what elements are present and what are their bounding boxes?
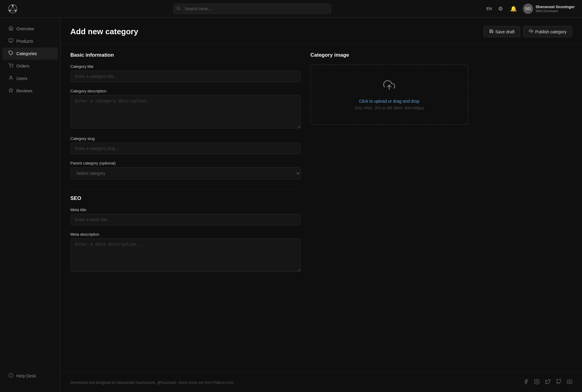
sidebar-item-reviews[interactable]: Reviews xyxy=(2,85,58,97)
users-icon xyxy=(8,75,13,81)
sidebar: Overview Products Categories xyxy=(0,18,61,392)
helpdesk-icon xyxy=(8,373,13,379)
svg-point-13 xyxy=(10,67,10,67)
footer: Developed and designed by Aleksandar Kuz… xyxy=(61,373,582,392)
youtube-icon[interactable] xyxy=(567,379,572,386)
settings-icon[interactable]: ⚙ xyxy=(497,5,504,13)
sidebar-label-overview: Overview xyxy=(16,26,34,31)
sidebar-label-products: Products xyxy=(16,39,33,44)
upload-cloud-icon xyxy=(383,79,395,94)
category-slug-label: Category slug xyxy=(70,136,301,141)
form-left: Basic information Category title Categor… xyxy=(70,52,301,280)
category-desc-label: Category description xyxy=(70,89,301,93)
meta-title-group: Meta title xyxy=(70,208,301,225)
sidebar-bottom: Help Desk xyxy=(0,370,60,387)
seo-section: SEO Meta title Meta description xyxy=(70,189,301,273)
category-title-group: Category title xyxy=(70,64,301,82)
svg-marker-16 xyxy=(9,88,13,92)
svg-point-7 xyxy=(177,6,180,9)
seo-title: SEO xyxy=(70,195,301,201)
divider xyxy=(70,189,301,189)
search-bar xyxy=(173,4,331,14)
meta-desc-group: Meta description xyxy=(70,232,301,273)
language-selector[interactable]: EN xyxy=(487,6,492,11)
sidebar-nav: Overview Products Categories xyxy=(0,22,60,370)
svg-point-14 xyxy=(12,67,13,67)
footer-text: Developed and designed by Aleksandar Kuz… xyxy=(70,380,235,385)
sidebar-item-overview[interactable]: Overview xyxy=(2,23,58,35)
orders-icon xyxy=(8,63,13,69)
form-area: Basic information Category title Categor… xyxy=(61,44,582,288)
instagram-icon[interactable] xyxy=(534,379,540,386)
svg-point-15 xyxy=(10,76,12,78)
avatar: SG xyxy=(523,4,533,14)
category-slug-input[interactable] xyxy=(70,143,301,154)
sidebar-item-categories[interactable]: Categories xyxy=(2,48,58,60)
save-draft-label: Save draft xyxy=(495,29,515,34)
parent-category-group: Parent category (optional) Select catego… xyxy=(70,161,301,179)
save-icon xyxy=(489,29,493,34)
page-header: Add new category Save draft xyxy=(61,18,582,44)
basic-info-title: Basic information xyxy=(70,52,301,58)
notifications-icon[interactable]: 🔔 xyxy=(509,5,518,13)
form-right: Category image Click to upload or drag a… xyxy=(310,52,468,280)
svg-marker-24 xyxy=(569,381,570,383)
parent-category-select[interactable]: Select category xyxy=(70,167,301,179)
save-draft-button[interactable]: Save draft xyxy=(483,26,520,37)
home-icon xyxy=(8,26,13,32)
publish-button[interactable]: Publish category xyxy=(523,26,572,37)
publish-label: Publish category xyxy=(535,29,567,34)
svg-line-8 xyxy=(179,9,180,10)
sidebar-item-orders[interactable]: Orders xyxy=(2,60,58,72)
page-actions: Save draft Publish category xyxy=(483,26,572,37)
category-desc-group: Category description xyxy=(70,89,301,130)
categories-icon xyxy=(8,51,13,57)
svg-rect-9 xyxy=(9,39,13,42)
github-icon[interactable] xyxy=(556,379,561,386)
meta-title-input[interactable] xyxy=(70,214,301,225)
svg-rect-22 xyxy=(535,380,539,384)
sidebar-label-orders: Orders xyxy=(16,64,29,68)
sidebar-label-users: Users xyxy=(16,76,28,81)
twitter-icon[interactable] xyxy=(545,379,550,386)
meta-title-label: Meta title xyxy=(70,208,301,212)
main-content: Add new category Save draft xyxy=(61,18,582,373)
username: Sherwood Gruninger xyxy=(536,5,575,9)
category-slug-group: Category slug xyxy=(70,136,301,154)
sidebar-item-products[interactable]: Products xyxy=(2,35,58,47)
category-title-input[interactable] xyxy=(70,71,301,82)
sidebar-item-helpdesk[interactable]: Help Desk xyxy=(2,370,58,382)
svg-line-5 xyxy=(10,7,13,10)
category-image-title: Category image xyxy=(310,52,468,58)
logo xyxy=(7,3,18,14)
layout: Overview Products Categories xyxy=(0,18,582,373)
sidebar-label-helpdesk: Help Desk xyxy=(16,374,36,378)
category-title-label: Category title xyxy=(70,64,301,69)
upload-click-text: Click to upload xyxy=(359,99,387,104)
topbar: EN ⚙ 🔔 SG Sherwood Gruninger Web Develop… xyxy=(0,0,582,18)
user-profile[interactable]: SG Sherwood Gruninger Web Developer xyxy=(523,4,575,14)
products-icon xyxy=(8,38,13,44)
facebook-icon[interactable] xyxy=(523,379,529,386)
sidebar-label-reviews: Reviews xyxy=(16,88,32,93)
category-desc-input[interactable] xyxy=(70,95,301,128)
reviews-icon xyxy=(8,88,13,94)
sidebar-item-users[interactable]: Users xyxy=(2,72,58,85)
upload-hint: SVG, PNG, JPG or GIF (MAX. 800×400px) xyxy=(354,106,424,110)
publish-icon xyxy=(529,29,533,34)
search-icon xyxy=(176,6,181,12)
upload-text: Click to upload or drag and drop xyxy=(359,99,419,104)
footer-socials xyxy=(523,379,572,386)
parent-category-label: Parent category (optional) xyxy=(70,161,301,165)
image-upload-area[interactable]: Click to upload or drag and drop SVG, PN… xyxy=(310,64,468,125)
user-role: Web Developer xyxy=(536,9,575,13)
search-input[interactable] xyxy=(173,4,331,14)
svg-point-1 xyxy=(12,5,14,7)
meta-desc-label: Meta description xyxy=(70,232,301,237)
page-title: Add new category xyxy=(70,27,138,36)
topbar-right: EN ⚙ 🔔 SG Sherwood Gruninger Web Develop… xyxy=(487,4,575,14)
sidebar-label-categories: Categories xyxy=(16,51,37,56)
svg-line-4 xyxy=(13,7,15,10)
meta-desc-input[interactable] xyxy=(70,238,301,272)
upload-drag-text: or drag and drop xyxy=(388,99,420,104)
